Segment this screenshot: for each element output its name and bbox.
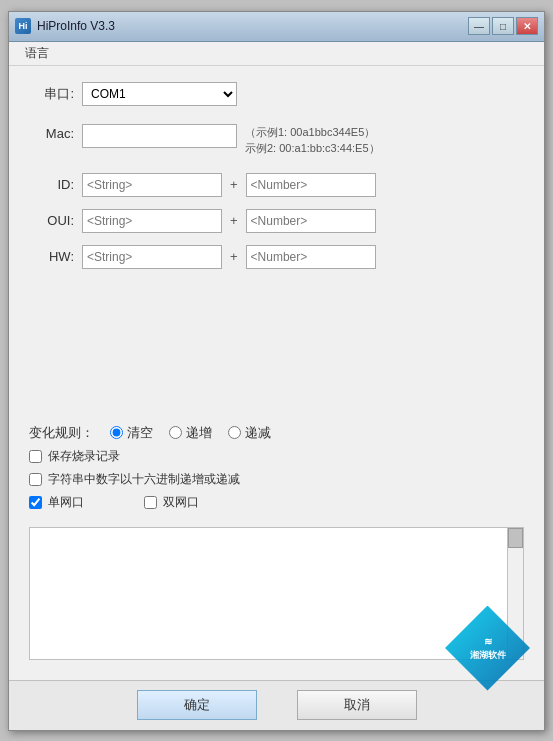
id-plus: + [230, 177, 238, 192]
menu-item-language[interactable]: 语言 [17, 43, 57, 64]
id-row: ID: + [29, 173, 524, 197]
hex-increment-label[interactable]: 字符串中数字以十六进制递增或递减 [48, 471, 240, 488]
cancel-button[interactable]: 取消 [297, 690, 417, 720]
menu-bar: 语言 [9, 42, 544, 66]
save-log-row: 保存烧录记录 [29, 448, 524, 465]
scrollbar-thumb[interactable] [508, 528, 523, 548]
maximize-button[interactable]: □ [492, 17, 514, 35]
radio-clear-input[interactable] [110, 426, 123, 439]
id-label: ID: [29, 177, 74, 192]
radio-increment-input[interactable] [169, 426, 182, 439]
watermark-icon: ≋ [484, 635, 492, 649]
spacer [29, 281, 524, 412]
mac-hint: （示例1: 00a1bbc344E5） 示例2: 00:a1:bb:c3:44:… [245, 124, 380, 157]
title-controls: — □ ✕ [468, 17, 538, 35]
rules-section: 变化规则： 清空 递增 递减 [29, 424, 524, 511]
hex-increment-row: 字符串中数字以十六进制递增或递减 [29, 471, 524, 488]
serial-label: 串口: [29, 85, 74, 103]
dual-port-row: 双网口 [144, 494, 199, 511]
port-selection-row: 单网口 双网口 [29, 494, 524, 511]
window-title: HiProInfo V3.3 [37, 19, 115, 33]
oui-number-input[interactable] [246, 209, 376, 233]
hw-number-input[interactable] [246, 245, 376, 269]
mac-row: Mac: （示例1: 00a1bbc344E5） 示例2: 00:a1:bb:c… [29, 122, 524, 157]
rules-row: 变化规则： 清空 递增 递减 [29, 424, 524, 442]
hw-label: HW: [29, 249, 74, 264]
close-button[interactable]: ✕ [516, 17, 538, 35]
radio-decrement[interactable]: 递减 [228, 424, 271, 442]
radio-clear-label[interactable]: 清空 [127, 424, 153, 442]
watermark-text: 湘湖软件 [470, 649, 506, 662]
dual-port-label[interactable]: 双网口 [163, 494, 199, 511]
single-port-checkbox[interactable] [29, 496, 42, 509]
save-log-label[interactable]: 保存烧录记录 [48, 448, 120, 465]
app-icon: Hi [15, 18, 31, 34]
oui-plus: + [230, 213, 238, 228]
title-bar: Hi HiProInfo V3.3 — □ ✕ [9, 12, 544, 42]
confirm-button[interactable]: 确定 [137, 690, 257, 720]
hw-string-input[interactable] [82, 245, 222, 269]
mac-hint-line1: （示例1: 00a1bbc344E5） [245, 124, 380, 141]
watermark: ≋ 湘湖软件 [445, 606, 530, 691]
content-area: 串口: COM1 COM2 COM3 COM4 Mac: （示例1: 00a1b… [9, 66, 544, 680]
single-port-label[interactable]: 单网口 [48, 494, 84, 511]
oui-string-input[interactable] [82, 209, 222, 233]
hw-row: HW: + [29, 245, 524, 269]
serial-port-row: 串口: COM1 COM2 COM3 COM4 [29, 82, 524, 106]
mac-input[interactable] [82, 124, 237, 148]
minimize-button[interactable]: — [468, 17, 490, 35]
mac-label: Mac: [29, 126, 74, 141]
radio-increment-label[interactable]: 递增 [186, 424, 212, 442]
radio-clear[interactable]: 清空 [110, 424, 153, 442]
save-log-checkbox[interactable] [29, 450, 42, 463]
id-string-input[interactable] [82, 173, 222, 197]
radio-increment[interactable]: 递增 [169, 424, 212, 442]
oui-label: OUI: [29, 213, 74, 228]
id-number-input[interactable] [246, 173, 376, 197]
radio-decrement-label[interactable]: 递减 [245, 424, 271, 442]
watermark-container: ≋ 湘湖软件 [445, 606, 530, 691]
hex-increment-checkbox[interactable] [29, 473, 42, 486]
dual-port-checkbox[interactable] [144, 496, 157, 509]
radio-decrement-input[interactable] [228, 426, 241, 439]
rules-label: 变化规则： [29, 424, 94, 442]
oui-row: OUI: + [29, 209, 524, 233]
mac-hint-line2: 示例2: 00:a1:bb:c3:44:E5） [245, 140, 380, 157]
rules-radio-group: 清空 递增 递减 [110, 424, 271, 442]
title-left: Hi HiProInfo V3.3 [15, 18, 115, 34]
serial-select[interactable]: COM1 COM2 COM3 COM4 [82, 82, 237, 106]
hw-plus: + [230, 249, 238, 264]
single-port-row: 单网口 [29, 494, 84, 511]
